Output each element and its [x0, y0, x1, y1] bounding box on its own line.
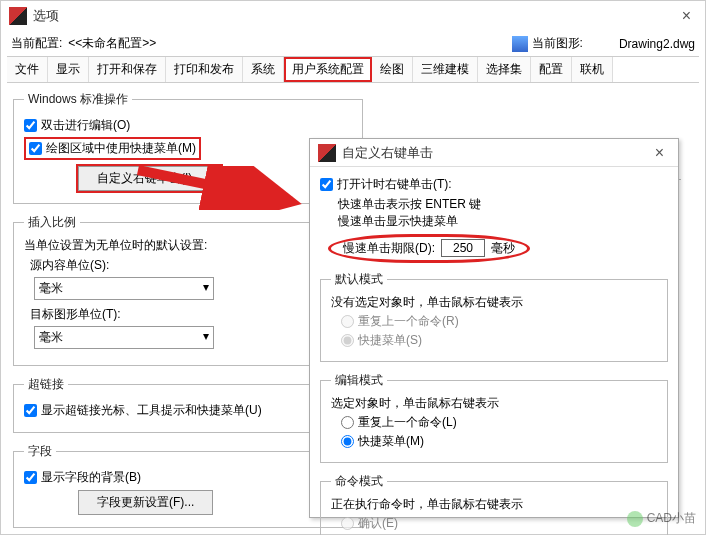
radio-default-repeat-label: 重复上一个命令(R)	[358, 313, 459, 330]
edit-mode-legend: 编辑模式	[331, 372, 387, 389]
chk-dblclick-input[interactable]	[24, 119, 37, 132]
slow-limit-unit: 毫秒	[491, 240, 515, 257]
radio-default-repeat[interactable]: 重复上一个命令(R)	[341, 313, 657, 330]
src-units-label: 源内容单位(S):	[30, 257, 352, 274]
dialog-titlebar: 自定义右键单击 ×	[310, 139, 678, 167]
tgt-units-select[interactable]: 毫米 ▾	[34, 326, 214, 349]
radio-cmd-enter-label: 确认(E)	[358, 515, 398, 532]
field-update-button[interactable]: 字段更新设置(F)...	[78, 490, 213, 515]
chevron-down-icon: ▾	[203, 329, 209, 346]
group-edit-mode: 编辑模式 选定对象时，单击鼠标右键表示 重复上一个命令(L) 快捷菜单(M)	[320, 372, 668, 463]
windows-std-legend: Windows 标准操作	[24, 91, 132, 108]
tab-file[interactable]: 文件	[7, 57, 48, 82]
chk-timed-rclick[interactable]: 打开计时右键单击(T):	[320, 176, 668, 193]
chk-timed-label: 打开计时右键单击(T):	[337, 176, 452, 193]
profile-label: 当前配置:	[11, 35, 62, 52]
fields-legend: 字段	[24, 443, 56, 460]
profile-row: 当前配置: <<未命名配置>> 当前图形: Drawing2.dwg	[1, 31, 705, 54]
chk-dblclick-label: 双击进行编辑(O)	[41, 117, 130, 134]
src-units-value: 毫米	[39, 280, 63, 297]
chk-context-menu-highlight: 绘图区域中使用快捷菜单(M)	[24, 137, 201, 160]
chk-timed-input[interactable]	[320, 178, 333, 191]
radio-default-menu-label: 快捷菜单(S)	[358, 332, 422, 349]
radio-default-menu[interactable]: 快捷菜单(S)	[341, 332, 657, 349]
tgt-units-label: 目标图形单位(T):	[30, 306, 352, 323]
insert-scale-legend: 插入比例	[24, 214, 80, 231]
radio-default-menu-input[interactable]	[341, 334, 354, 347]
radio-default-repeat-input[interactable]	[341, 315, 354, 328]
drawing-value: Drawing2.dwg	[619, 37, 695, 51]
tab-3d[interactable]: 三维建模	[413, 57, 478, 82]
hyperlink-legend: 超链接	[24, 376, 68, 393]
group-default-mode: 默认模式 没有选定对象时，单击鼠标右键表示 重复上一个命令(R) 快捷菜单(S)	[320, 271, 668, 362]
tab-profiles[interactable]: 配置	[531, 57, 572, 82]
radio-edit-menu-label: 快捷菜单(M)	[358, 433, 424, 450]
chevron-down-icon: ▾	[203, 280, 209, 297]
customize-rclick-button[interactable]: 自定义右键单击(I)...	[78, 166, 221, 191]
cmd-mode-legend: 命令模式	[331, 473, 387, 490]
autocad-logo-icon	[9, 7, 27, 25]
chk-hyperlink-label: 显示超链接光标、工具提示和快捷菜单(U)	[41, 402, 262, 419]
chk-field-bg-label: 显示字段的背景(B)	[41, 469, 141, 486]
slow-limit-highlight: 慢速单击期限(D): 毫秒	[328, 234, 530, 263]
chk-hyperlink[interactable]: 显示超链接光标、工具提示和快捷菜单(U)	[24, 402, 352, 419]
radio-edit-repeat-input[interactable]	[341, 416, 354, 429]
chk-context-input[interactable]	[29, 142, 42, 155]
radio-edit-menu[interactable]: 快捷菜单(M)	[341, 433, 657, 450]
drawing-icon	[512, 36, 528, 52]
edit-mode-desc: 选定对象时，单击鼠标右键表示	[331, 395, 657, 412]
chk-context-label: 绘图区域中使用快捷菜单(M)	[46, 140, 196, 157]
tab-user-prefs[interactable]: 用户系统配置	[284, 57, 372, 82]
close-icon[interactable]: ×	[676, 7, 697, 25]
watermark-text: CAD小苗	[647, 510, 696, 527]
chk-dblclick-edit[interactable]: 双击进行编辑(O)	[24, 117, 352, 134]
tab-plot[interactable]: 打印和发布	[166, 57, 243, 82]
profile-value: <<未命名配置>>	[68, 35, 156, 52]
chk-field-bg[interactable]: 显示字段的背景(B)	[24, 469, 352, 486]
slow-limit-input[interactable]	[441, 239, 485, 257]
drawing-label: 当前图形:	[532, 35, 583, 52]
radio-edit-repeat-label: 重复上一个命令(L)	[358, 414, 457, 431]
radio-edit-repeat[interactable]: 重复上一个命令(L)	[341, 414, 657, 431]
window-title: 选项	[33, 7, 59, 25]
chk-hyperlink-input[interactable]	[24, 404, 37, 417]
options-tabs: 文件 显示 打开和保存 打印和发布 系统 用户系统配置 绘图 三维建模 选择集 …	[7, 56, 699, 83]
tab-drafting[interactable]: 绘图	[372, 57, 413, 82]
tab-system[interactable]: 系统	[243, 57, 284, 82]
scale-desc: 当单位设置为无单位时的默认设置:	[24, 237, 352, 254]
tab-open-save[interactable]: 打开和保存	[89, 57, 166, 82]
fast-click-desc: 快速单击表示按 ENTER 键	[338, 196, 668, 213]
watermark: CAD小苗	[627, 510, 696, 527]
dialog-body: 打开计时右键单击(T): 快速单击表示按 ENTER 键 慢速单击显示快捷菜单 …	[310, 167, 678, 535]
rclick-dialog: 自定义右键单击 × 打开计时右键单击(T): 快速单击表示按 ENTER 键 慢…	[309, 138, 679, 518]
default-mode-desc: 没有选定对象时，单击鼠标右键表示	[331, 294, 657, 311]
radio-edit-menu-input[interactable]	[341, 435, 354, 448]
dialog-title: 自定义右键单击	[342, 144, 433, 162]
tab-display[interactable]: 显示	[48, 57, 89, 82]
radio-cmd-enter-input[interactable]	[341, 517, 354, 530]
slow-click-desc: 慢速单击显示快捷菜单	[338, 213, 668, 230]
slow-limit-label: 慢速单击期限(D):	[343, 240, 435, 257]
tab-selection[interactable]: 选择集	[478, 57, 531, 82]
default-mode-legend: 默认模式	[331, 271, 387, 288]
autocad-logo-icon	[318, 144, 336, 162]
watermark-icon	[627, 511, 643, 527]
tab-online[interactable]: 联机	[572, 57, 613, 82]
dialog-close-icon[interactable]: ×	[649, 144, 670, 162]
group-command-mode: 命令模式 正在执行命令时，单击鼠标右键表示 确认(E) 快捷菜单: 总是启用(A…	[320, 473, 668, 535]
radio-cmd-enter[interactable]: 确认(E)	[341, 515, 657, 532]
src-units-select[interactable]: 毫米 ▾	[34, 277, 214, 300]
tgt-units-value: 毫米	[39, 329, 63, 346]
cmd-mode-desc: 正在执行命令时，单击鼠标右键表示	[331, 496, 657, 513]
chk-field-bg-input[interactable]	[24, 471, 37, 484]
titlebar-main: 选项 ×	[1, 1, 705, 31]
